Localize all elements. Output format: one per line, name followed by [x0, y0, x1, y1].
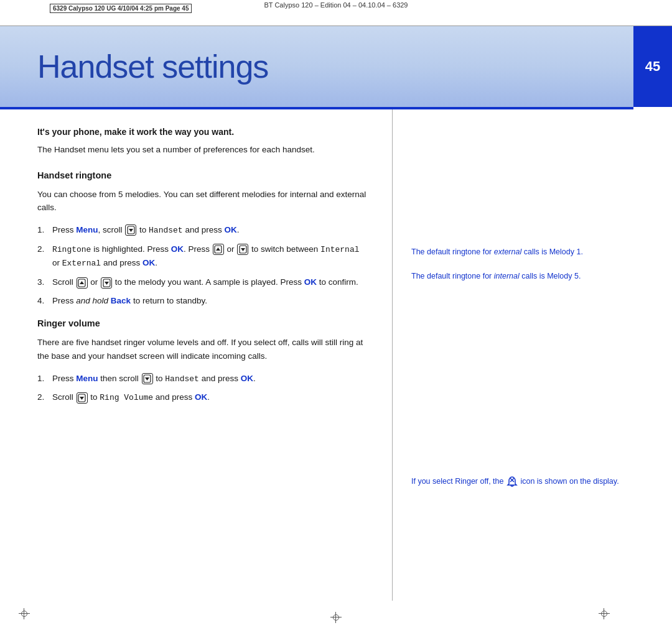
svg-marker-11: [145, 377, 149, 381]
svg-marker-5: [241, 248, 245, 251]
svg-marker-1: [129, 229, 133, 232]
section1-title: Handset ringtone: [37, 170, 367, 180]
scroll-down-icon1: [125, 224, 136, 236]
page-number: 45: [645, 58, 660, 75]
crosshair-bottom-left: [19, 608, 30, 619]
page-header: Handset settings: [0, 26, 672, 107]
section2-body: There are five handset ringer volume lev…: [37, 336, 367, 363]
scroll-down-icon3: [101, 277, 112, 289]
section2-title: Ringer volume: [37, 318, 367, 328]
note-ringer-off: If you select Ringer off, the icon is sh…: [411, 476, 622, 488]
scroll-down-icon4: [142, 373, 153, 384]
top-bar: 6329 Calypso 120 UG 4/10/04 4:25 pm Page…: [0, 0, 672, 26]
scroll-up-icon2: [77, 277, 88, 289]
scroll-down-icon2: [237, 244, 248, 255]
left-column: It's your phone, make it work the way yo…: [37, 109, 386, 601]
svg-marker-7: [80, 281, 84, 284]
svg-marker-9: [105, 282, 109, 285]
step-1-4: 4. Press and hold Back to return to stan…: [37, 294, 367, 308]
page-title: Handset settings: [37, 48, 268, 85]
page-number-tab: 45: [633, 26, 672, 107]
svg-marker-3: [216, 247, 220, 251]
step-2-2: 2. Scroll to Ring Volume and press OK.: [37, 391, 367, 405]
step-1-2: 2. Ringtone is highlighted. Press OK. Pr…: [37, 243, 367, 271]
column-divider: [392, 109, 393, 601]
scroll-down-icon5: [77, 392, 88, 404]
right-column: The default ringtone for external calls …: [399, 109, 622, 601]
note-ringer-off-container: If you select Ringer off, the icon is sh…: [411, 476, 622, 488]
step-1-3: 3. Scroll or to the melody you want. A s…: [37, 275, 367, 289]
intro-text: The Handset menu lets you set a number o…: [37, 143, 367, 157]
ringer-off-icon: [506, 476, 518, 488]
scroll-up-icon1: [213, 244, 224, 255]
crosshair-bottom-center: [330, 612, 342, 623]
note-ringtone-internal: The default ringtone for internal calls …: [411, 270, 622, 282]
note-ringtone-external: The default ringtone for external calls …: [411, 246, 622, 258]
section1-steps: 1. Press Menu, scroll to Handset and pre…: [37, 223, 367, 308]
content-area: It's your phone, make it work the way yo…: [37, 109, 622, 601]
intro-bold: It's your phone, make it work the way yo…: [37, 127, 367, 137]
meta-center: BT Calypso 120 – Edition 04 – 04.10.04 –…: [264, 1, 408, 9]
section1-body: You can choose from 5 melodies. You can …: [37, 188, 367, 215]
crosshair-bottom-right: [599, 608, 610, 619]
section2-steps: 1. Press Menu then scroll to Handset and…: [37, 372, 367, 405]
svg-marker-13: [80, 397, 84, 400]
step-2-1: 1. Press Menu then scroll to Handset and…: [37, 372, 367, 386]
step-1-1: 1. Press Menu, scroll to Handset and pre…: [37, 223, 367, 238]
meta-corner: 6329 Calypso 120 UG 4/10/04 4:25 pm Page…: [50, 4, 192, 13]
